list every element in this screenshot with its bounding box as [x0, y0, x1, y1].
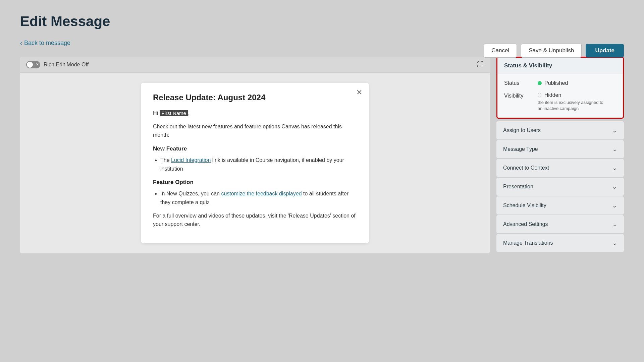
page-title: Edit Message [20, 13, 624, 29]
greeting-paragraph: Hi First Name, [153, 109, 357, 118]
chevron-down-icon-advanced: ⌄ [612, 221, 617, 228]
accordion-list: Assign to Users ⌄ Message Type ⌄ Connect… [496, 121, 624, 252]
visibility-hidden-text: Hidden [544, 92, 561, 98]
eye-hidden-icon: 👁̸ [538, 92, 542, 98]
visibility-row: Visibility 👁̸ Hidden the item is exclusi… [504, 92, 616, 112]
update-button[interactable]: Update [586, 44, 624, 57]
section1-list-item: The Lucid Integration link is available … [160, 156, 357, 173]
back-link-label: Back to message [24, 40, 70, 47]
rich-edit-toggle[interactable]: ✕ Rich Edit Mode Off [26, 61, 89, 68]
section1-heading: New Feature [153, 144, 357, 153]
visibility-sub-text: the item is exclusively assigned to an i… [538, 100, 605, 112]
chevron-down-icon-message-type: ⌄ [612, 145, 617, 153]
accordion-label-connect-context: Connect to Context [503, 165, 549, 171]
expand-icon[interactable]: ⛶ [477, 61, 484, 68]
chevron-down-icon-connect: ⌄ [612, 164, 617, 172]
save-unpublish-button[interactable]: Save & Unpublish [521, 44, 582, 58]
accordion-item-presentation[interactable]: Presentation ⌄ [496, 178, 624, 196]
message-close-icon[interactable]: ✕ [356, 88, 362, 97]
footer-paragraph: For a full overview and videos of these … [153, 212, 357, 229]
visibility-label: Visibility [504, 92, 538, 99]
section2-list: In New Quizzes, you can customize the fe… [153, 189, 357, 206]
status-visibility-panel: Status & Visibility Status Published Vis… [496, 57, 624, 119]
accordion-label-presentation: Presentation [503, 184, 533, 190]
status-row: Status Published [504, 80, 616, 86]
accordion-item-manage-translations[interactable]: Manage Translations ⌄ [496, 234, 624, 252]
toggle-knob [27, 62, 33, 68]
chevron-down-icon-schedule: ⌄ [612, 202, 617, 209]
customize-feedback-link[interactable]: customize the feedback displayed [221, 191, 302, 196]
greeting-suffix: , [188, 110, 190, 116]
message-title: Release Update: August 2024 [153, 93, 357, 102]
accordion-item-advanced-settings[interactable]: Advanced Settings ⌄ [496, 215, 624, 233]
message-body: Hi First Name, Check out the latest new … [153, 109, 357, 229]
greeting-prefix: Hi [153, 110, 160, 116]
rich-edit-label: Rich Edit Mode Off [44, 62, 89, 68]
chevron-down-icon-assign: ⌄ [612, 127, 617, 134]
accordion-item-connect-context[interactable]: Connect to Context ⌄ [496, 159, 624, 177]
intro-paragraph: Check out the latest new features and fe… [153, 122, 357, 139]
right-sidebar: Status & Visibility Status Published Vis… [496, 57, 624, 253]
status-panel-body: Status Published Visibility 👁̸ Hidden [497, 74, 623, 118]
section1-list: The Lucid Integration link is available … [153, 156, 357, 173]
page-wrapper: Edit Message ‹ Back to message Cancel Sa… [0, 0, 644, 362]
accordion-label-advanced-settings: Advanced Settings [503, 221, 548, 227]
accordion-label-manage-translations: Manage Translations [503, 240, 553, 246]
visibility-main: 👁̸ Hidden [538, 92, 605, 98]
visibility-value: 👁̸ Hidden the item is exclusively assign… [538, 92, 605, 112]
chevron-down-icon-presentation: ⌄ [612, 183, 617, 190]
status-label: Status [504, 80, 538, 86]
accordion-item-assign-users[interactable]: Assign to Users ⌄ [496, 121, 624, 139]
section2-heading: Feature Option [153, 178, 357, 187]
status-value: Published [538, 80, 568, 86]
lucid-integration-link[interactable]: Lucid Integration [171, 157, 211, 163]
message-card: ✕ Release Update: August 2024 Hi First N… [141, 83, 369, 243]
status-panel-header: Status & Visibility [497, 58, 623, 74]
published-dot-icon [538, 81, 542, 85]
accordion-item-message-type[interactable]: Message Type ⌄ [496, 140, 624, 158]
rich-edit-toggle-switch[interactable]: ✕ [26, 61, 40, 68]
section2-list-item: In New Quizzes, you can customize the fe… [160, 189, 357, 206]
message-preview-wrapper: ✕ Release Update: August 2024 Hi First N… [20, 73, 490, 253]
accordion-label-assign-users: Assign to Users [503, 127, 541, 133]
accordion-label-schedule-visibility: Schedule Visibility [503, 202, 546, 208]
action-bar: Cancel Save & Unpublish Update [484, 44, 624, 58]
accordion-label-message-type: Message Type [503, 146, 538, 152]
back-chevron-icon: ‹ [20, 40, 22, 47]
chevron-down-icon-translations: ⌄ [612, 239, 617, 247]
main-content: ✕ Rich Edit Mode Off ⛶ ✕ Release Update:… [20, 57, 624, 253]
section2-prefix: In New Quizzes, you can [160, 191, 221, 196]
status-published-text: Published [544, 80, 568, 86]
toggle-x-icon: ✕ [36, 63, 39, 66]
cancel-button[interactable]: Cancel [484, 44, 517, 58]
editor-area: ✕ Rich Edit Mode Off ⛶ ✕ Release Update:… [20, 57, 490, 253]
accordion-item-schedule-visibility[interactable]: Schedule Visibility ⌄ [496, 196, 624, 215]
rich-edit-bar: ✕ Rich Edit Mode Off ⛶ [20, 57, 490, 73]
first-name-token: First Name [160, 110, 188, 116]
